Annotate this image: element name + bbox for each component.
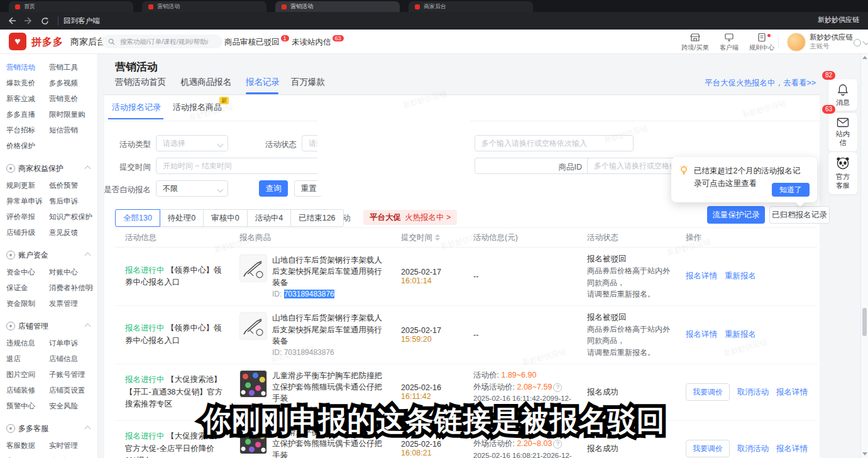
sidebar-item[interactable]: 价格保护 [6,138,49,154]
status-tab-reviewing[interactable]: 审核中0 [203,209,247,227]
back-icon[interactable] [4,14,20,27]
sidebar-item[interactable]: 预警中心 [6,398,49,414]
scroll-up-icon[interactable] [862,56,867,59]
subtab-activity-records[interactable]: 活动报名记录 [112,102,161,113]
subtab-activity-goods[interactable]: 活动报名商品 [173,102,222,113]
sidebar-item[interactable]: 聊天记录 [49,454,93,458]
promo-hot-badge[interactable]: 平台大促 火热报名中 > [363,210,457,225]
sidebar-item[interactable]: 多多视频 [49,75,93,91]
nav-crossborder[interactable]: 跨境/买菜 [679,32,711,52]
sidebar-item[interactable]: 售后申诉 [49,194,93,209]
status-tab-active[interactable]: 活动中4 [247,209,291,227]
account-menu-icon[interactable] [854,39,861,46]
sidebar-item[interactable]: 店铺信息 [49,351,93,367]
browser-tab-3[interactable]: 营销活动 [275,1,400,12]
query-button[interactable]: 查询 [259,180,288,197]
signup-detail-link[interactable]: 报名详情 [686,271,717,281]
chevron-down-icon[interactable] [862,38,868,45]
activity-id-input[interactable] [475,135,634,151]
sidebar-item[interactable]: 低价预警 [49,178,93,194]
sidebar-item[interactable]: 消费者补偿明细 [49,280,93,296]
browser-tab-4[interactable]: 商家后台 [409,1,533,12]
traffic-protection-button[interactable]: 流量保护记录 [707,206,765,224]
unread-inbox-link[interactable]: 未读站内信63 [292,37,343,48]
sidebar-item[interactable]: 店铺升级 [6,225,49,241]
sidebar-item[interactable]: 资金中心 [6,264,49,280]
question-circle-icon[interactable]: ? [553,440,562,449]
sidebar-item[interactable]: 对账中心 [49,264,93,280]
sidebar-item[interactable]: 评价举报 [6,209,49,225]
tab-million-bestsellers[interactable]: 百万爆款 [291,77,325,88]
sidebar-item[interactable]: 平台招标 [6,123,49,138]
sidebar-item[interactable]: 知识产权保护 [49,209,93,225]
sidebar-item[interactable]: 订单申诉 [49,335,93,351]
scroll-down-icon[interactable] [862,452,867,455]
sidebar-item[interactable]: 子账号管理 [49,367,93,383]
tooltip-ok-button[interactable]: 知道了 [772,183,810,197]
activity-type-select[interactable]: 请选择 [156,135,228,151]
rail-official-service[interactable]: 官方客服 [828,152,857,194]
signup-detail-link[interactable]: 报名详情 [776,387,808,398]
review-rejected-link[interactable]: 商品审核已驳回1 [224,37,288,48]
browser-tab-2[interactable]: 营销活动 [142,1,266,12]
status-tab-all[interactable]: 全部130 [115,209,160,227]
sidebar-item[interactable]: 营销竞价 [49,91,93,107]
sidebar-item[interactable]: 意见反馈 [49,225,93,241]
sidebar-item[interactable]: 多多直播 [6,107,49,123]
account-avatar[interactable] [787,33,806,52]
sidebar-item[interactable]: 保证金 [6,280,49,296]
sidebar-item[interactable]: 异常单申诉 [6,194,49,209]
re-signup-link[interactable]: 重新报名 [725,329,756,340]
status-tab-ended[interactable]: 已结束126 [290,209,343,227]
nav-client[interactable]: 客户端 [713,32,745,52]
search-input[interactable] [119,37,209,46]
sidebar-item[interactable]: 短信营销 [49,123,93,138]
signup-detail-link[interactable]: 报名详情 [686,329,717,340]
cancel-activity-link[interactable]: 取消活动 [737,387,769,398]
sidebar-item[interactable]: 新客立减 [6,91,49,107]
forward-icon[interactable] [20,14,36,27]
scrollbar-thumb[interactable] [862,308,867,336]
sidebar-section-funds[interactable]: 账户资金 [6,246,92,264]
sidebar-item[interactable]: 安全风险 [49,398,93,414]
address-text[interactable]: 回到客户端 [63,16,100,26]
sidebar-section-rights[interactable]: 商家权益保护 [6,159,92,178]
refresh-icon[interactable] [36,14,53,27]
sidebar-item[interactable]: 规则更新 [6,178,49,194]
promo-link[interactable]: 平台大促火热报名中，去看看>> [705,78,816,89]
signup-detail-link[interactable]: 报名详情 [776,444,808,454]
auto-signup-select[interactable]: 不限 [156,180,228,197]
page-scrollbar[interactable] [860,53,868,458]
sidebar-item[interactable]: 图片空间 [6,367,49,383]
tab-signup-records[interactable]: 报名记录 [246,77,280,88]
browser-profile-name[interactable]: 新妙妙供应链 [818,15,859,25]
sidebar-section-shop[interactable]: 店铺管理 [6,317,92,335]
archived-records-button[interactable]: 已归档报名记录 [769,206,830,224]
tab-opportunity-signup[interactable]: 机遇商品报名 [180,77,231,88]
nav-rules-center[interactable]: 规则中心 [745,32,778,52]
rail-inbox[interactable]: 63 站内信 [828,113,857,151]
sidebar-item[interactable]: 资金限制 [6,296,49,312]
sort-icon[interactable] [435,234,440,241]
account-info[interactable]: 新妙妙供应链 主账号 [810,33,853,50]
cancel-activity-link[interactable]: 取消活动 [737,444,769,454]
sidebar-item[interactable]: 限时限量购 [49,107,93,123]
sidebar-item[interactable]: 实时管理 [49,438,93,454]
browser-tab-1[interactable]: 首页 [9,1,133,12]
tab-marketing-home[interactable]: 营销活动首页 [115,77,166,88]
sidebar-item[interactable]: 发票管理 [49,296,93,312]
sidebar-item[interactable]: 违规信息 [6,335,49,351]
sidebar-item-marketing-activity[interactable]: 营销活动 [6,60,49,75]
adjust-price-button[interactable]: 我要调价 [686,440,730,457]
re-signup-link[interactable]: 重新报名 [725,271,756,281]
sidebar-item[interactable]: 店铺装修 [6,383,49,398]
adjust-price-button[interactable]: 我要调价 [686,383,730,401]
sidebar-item[interactable]: 营销工具 [49,60,93,75]
header-search[interactable] [102,35,222,48]
status-tab-pending[interactable]: 待处理0 [160,209,204,227]
col-submit-time[interactable]: 提交时间 [391,232,463,243]
sidebar-item[interactable]: 爆款竞价 [6,75,49,91]
question-circle-icon[interactable]: ? [553,383,562,392]
sidebar-item[interactable]: 退店 [6,351,49,367]
sidebar-item[interactable]: 客服数据 [6,438,49,454]
